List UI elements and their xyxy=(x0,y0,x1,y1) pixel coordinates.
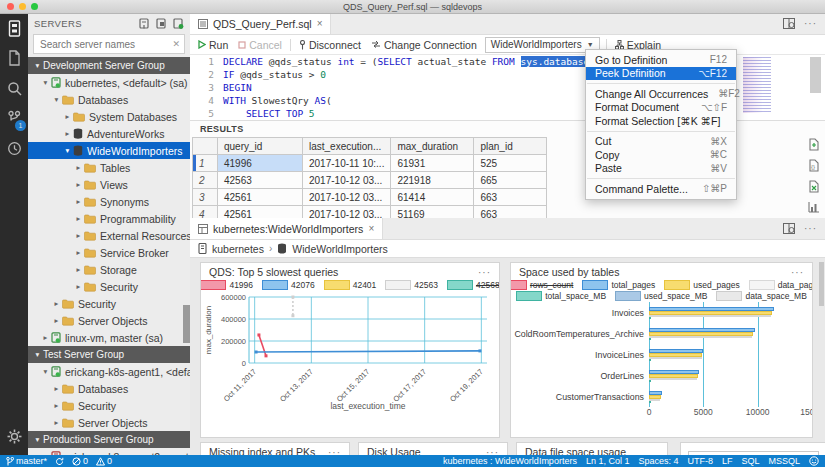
legend-item[interactable]: 42563 xyxy=(385,280,438,290)
column-header[interactable]: max_duration xyxy=(391,138,474,155)
menu-item[interactable]: Format Document⌥⇧F xyxy=(586,101,736,115)
panel-menu-icon[interactable]: ··· xyxy=(791,267,804,278)
row-number[interactable]: 1 xyxy=(193,155,218,172)
settings-gear-icon[interactable] xyxy=(0,423,28,449)
table-cell[interactable]: 663 xyxy=(474,189,547,206)
tree-item[interactable]: ▸Security xyxy=(28,295,190,312)
table-cell[interactable]: 2017-10-12 03... xyxy=(303,189,391,206)
tree-item[interactable]: ▸AdventureWorks xyxy=(28,125,190,142)
panel-menu-icon[interactable]: ··· xyxy=(478,267,491,278)
menu-item[interactable]: Go to DefinitionF12 xyxy=(586,53,736,67)
table-cell[interactable]: 61931 xyxy=(391,155,474,172)
table-cell[interactable]: 2017-10-11 10:... xyxy=(303,155,391,172)
table-row[interactable]: 1419962017-10-11 10:...61931525 xyxy=(193,155,547,172)
row-number[interactable]: 2 xyxy=(193,172,218,189)
tab-qds-query-perf[interactable]: QDS_Query_Perf.sql × xyxy=(190,13,331,34)
legend-item[interactable]: total_space_MB xyxy=(516,291,606,301)
table-row[interactable]: 3425612017-10-12 03...61414663 xyxy=(193,189,547,206)
legend-item[interactable]: total_pages xyxy=(582,280,655,290)
dashboard-scrollbar[interactable] xyxy=(819,262,824,306)
menu-item[interactable]: Paste⌘V xyxy=(586,162,736,176)
status-item[interactable]: Spaces: 4 xyxy=(638,456,678,466)
split-editor-icon[interactable] xyxy=(783,223,795,234)
tree-item[interactable]: ▾kubernetes, <default> (sa) xyxy=(28,74,190,91)
source-control-icon[interactable]: 1 xyxy=(0,103,28,133)
legend-item[interactable]: used_pages xyxy=(664,280,739,290)
task-history-file-icon[interactable] xyxy=(0,43,28,73)
tree-item[interactable]: ▾Databases xyxy=(28,91,190,108)
tree-item[interactable]: ▸Databases xyxy=(28,380,190,397)
tree-item[interactable]: ▸Tables xyxy=(28,159,190,176)
status-item[interactable]: UTF-8 xyxy=(687,456,713,466)
git-branch-status-item[interactable]: master* xyxy=(6,456,47,466)
minimap[interactable] xyxy=(743,57,771,113)
tree-item[interactable]: ▸Views xyxy=(28,176,190,193)
close-tab-icon[interactable]: × xyxy=(368,223,374,234)
save-as-json-icon[interactable]: {} xyxy=(808,159,820,172)
disconnect-button[interactable]: Disconnect xyxy=(297,39,363,51)
tree-item[interactable]: ▸erickang-k8s-agent2, master (sa) xyxy=(28,448,190,455)
more-actions-icon[interactable]: ··· xyxy=(804,223,817,234)
warning-status-item[interactable]: 0 xyxy=(96,456,112,466)
search-icon[interactable] xyxy=(0,73,28,103)
server-group-header[interactable]: ▾Test Server Group xyxy=(28,346,190,363)
servers-view-icon[interactable] xyxy=(0,13,28,43)
tree-item[interactable]: ▸Synonyms xyxy=(28,193,190,210)
new-connection-icon[interactable] xyxy=(139,18,150,29)
save-as-csv-icon[interactable] xyxy=(808,138,820,151)
tree-item[interactable]: ▸Security xyxy=(28,278,190,295)
table-cell[interactable]: 42563 xyxy=(218,172,303,189)
column-header[interactable]: plan_id xyxy=(474,138,547,155)
clear-search-icon[interactable]: ✕ xyxy=(172,39,180,49)
server-group-header[interactable]: ▾Development Server Group xyxy=(28,57,190,74)
split-editor-icon[interactable] xyxy=(783,18,795,29)
history-clock-icon[interactable] xyxy=(0,133,28,163)
tree-item[interactable]: ▸Server Objects xyxy=(28,414,190,431)
sync-status-item[interactable] xyxy=(55,457,64,466)
legend-item[interactable]: 42401 xyxy=(324,280,377,290)
table-cell[interactable]: 41996 xyxy=(218,155,303,172)
row-number[interactable]: 3 xyxy=(193,189,218,206)
table-cell[interactable]: 525 xyxy=(474,155,547,172)
menu-item[interactable]: Copy⌘C xyxy=(586,148,736,162)
legend-item[interactable]: 42568 xyxy=(447,280,500,290)
view-as-chart-icon[interactable] xyxy=(808,201,820,213)
status-item[interactable]: SQL xyxy=(741,456,759,466)
status-item[interactable]: Ln 1, Col 1 xyxy=(586,456,630,466)
table-row[interactable]: 2425632017-10-12 03...221918665 xyxy=(193,172,547,189)
status-item[interactable]: MSSQL xyxy=(768,456,800,466)
column-header[interactable]: query_id xyxy=(218,138,303,155)
active-connections-icon[interactable] xyxy=(173,18,184,29)
legend-item[interactable]: rows_count xyxy=(510,280,573,290)
tree-item[interactable]: ▸System Databases xyxy=(28,108,190,125)
table-cell[interactable]: 221918 xyxy=(391,172,474,189)
legend-item[interactable]: 42076 xyxy=(262,280,315,290)
status-item[interactable]: kubernetes : WideWorldImporters xyxy=(443,456,577,466)
menu-item[interactable]: Format Selection [⌘K ⌘F] xyxy=(586,114,736,128)
column-header[interactable]: last_execution... xyxy=(303,138,391,155)
server-search-input[interactable] xyxy=(38,38,172,51)
more-actions-icon[interactable]: ··· xyxy=(804,18,817,29)
database-dropdown[interactable]: WideWorldImporters ▼ xyxy=(485,37,600,53)
legend-item[interactable]: data_space_MB xyxy=(716,291,806,301)
new-server-group-icon[interactable] xyxy=(156,18,167,29)
menu-item[interactable]: Peek Definition⌥F12 xyxy=(586,67,736,81)
menu-item[interactable]: Command Palette...⇧⌘P xyxy=(586,182,736,196)
legend-item[interactable]: 41996 xyxy=(200,280,253,290)
error-status-item[interactable]: 0 xyxy=(72,456,88,466)
tree-item[interactable]: ▾erickang-k8s-agent1, <default> (sa) xyxy=(28,363,190,380)
tree-item[interactable]: ▸Server Objects xyxy=(28,312,190,329)
table-cell[interactable]: 2017-10-12 03... xyxy=(303,172,391,189)
run-button[interactable]: Run xyxy=(196,39,230,51)
tree-item[interactable]: ▸Storage xyxy=(28,261,190,278)
tree-item[interactable]: ▾WideWorldImporters xyxy=(28,142,190,159)
close-tab-icon[interactable]: × xyxy=(317,18,323,29)
save-as-excel-icon[interactable] xyxy=(808,180,820,193)
tree-item[interactable]: ▸External Resources xyxy=(28,227,190,244)
table-cell[interactable]: 665 xyxy=(474,172,547,189)
sidebar-scrollbar[interactable] xyxy=(183,305,190,343)
table-cell[interactable]: 61414 xyxy=(391,189,474,206)
menu-item[interactable]: Cut⌘X xyxy=(586,135,736,149)
status-item[interactable]: LF xyxy=(722,456,733,466)
breadcrumb-server[interactable]: kubernetes xyxy=(212,243,264,255)
